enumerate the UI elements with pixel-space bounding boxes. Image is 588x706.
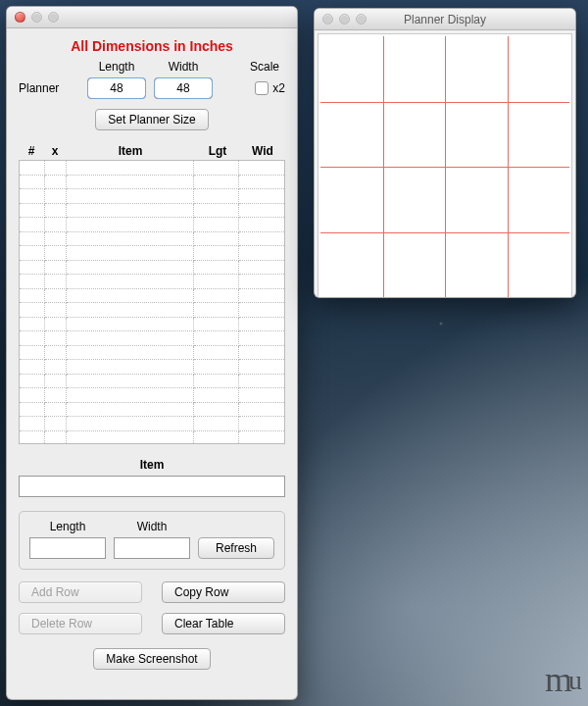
- table-cell[interactable]: [67, 360, 194, 375]
- table-cell[interactable]: [67, 289, 194, 304]
- table-row[interactable]: [20, 388, 284, 403]
- make-screenshot-button[interactable]: Make Screenshot: [93, 648, 210, 670]
- table-row[interactable]: [20, 403, 284, 418]
- table-row[interactable]: [20, 417, 284, 431]
- table-cell[interactable]: [20, 303, 45, 318]
- table-cell[interactable]: [67, 161, 194, 176]
- delete-row-button[interactable]: Delete Row: [19, 613, 142, 634]
- table-cell[interactable]: [45, 318, 67, 332]
- table-cell[interactable]: [20, 375, 45, 389]
- table-cell[interactable]: [67, 417, 194, 431]
- table-cell[interactable]: [67, 431, 194, 445]
- table-cell[interactable]: [45, 303, 67, 318]
- set-planner-size-button[interactable]: Set Planner Size: [95, 109, 208, 130]
- table-cell[interactable]: [45, 261, 67, 276]
- table-row[interactable]: [20, 360, 284, 375]
- table-cell[interactable]: [20, 246, 45, 261]
- table-cell[interactable]: [20, 417, 45, 431]
- table-cell[interactable]: [194, 360, 239, 375]
- table-cell[interactable]: [67, 375, 194, 389]
- table-row[interactable]: [20, 189, 284, 204]
- table-cell[interactable]: [67, 275, 194, 289]
- table-row[interactable]: [20, 346, 284, 361]
- table-cell[interactable]: [239, 246, 284, 261]
- table-cell[interactable]: [194, 246, 239, 261]
- length-input[interactable]: [29, 537, 106, 559]
- table-cell[interactable]: [45, 204, 67, 219]
- table-row[interactable]: [20, 331, 284, 346]
- table-cell[interactable]: [239, 261, 284, 276]
- table-cell[interactable]: [194, 218, 239, 232]
- table-cell[interactable]: [239, 417, 284, 431]
- table-cell[interactable]: [45, 218, 67, 232]
- table-cell[interactable]: [20, 331, 45, 346]
- width-input[interactable]: [114, 537, 190, 559]
- titlebar-display[interactable]: Planner Display: [315, 9, 575, 30]
- table-row[interactable]: [20, 431, 284, 445]
- table-cell[interactable]: [239, 360, 284, 375]
- table-cell[interactable]: [20, 204, 45, 219]
- table-cell[interactable]: [194, 204, 239, 219]
- planner-length-input[interactable]: [87, 77, 146, 99]
- table-cell[interactable]: [20, 189, 45, 204]
- table-cell[interactable]: [239, 189, 284, 204]
- table-row[interactable]: [20, 275, 284, 289]
- table-cell[interactable]: [239, 331, 284, 346]
- table-cell[interactable]: [20, 176, 45, 190]
- table-cell[interactable]: [45, 189, 67, 204]
- table-cell[interactable]: [67, 403, 194, 418]
- table-cell[interactable]: [67, 176, 194, 190]
- table-cell[interactable]: [20, 275, 45, 289]
- table-cell[interactable]: [194, 161, 239, 176]
- table-cell[interactable]: [194, 261, 239, 276]
- table-cell[interactable]: [239, 303, 284, 318]
- table-cell[interactable]: [239, 403, 284, 418]
- table-cell[interactable]: [194, 232, 239, 247]
- table-cell[interactable]: [67, 218, 194, 232]
- table-cell[interactable]: [239, 275, 284, 289]
- clear-table-button[interactable]: Clear Table: [162, 613, 285, 634]
- planner-width-input[interactable]: [154, 77, 213, 99]
- table-cell[interactable]: [45, 331, 67, 346]
- table-cell[interactable]: [194, 176, 239, 190]
- table-cell[interactable]: [239, 289, 284, 304]
- table-cell[interactable]: [239, 431, 284, 445]
- table-cell[interactable]: [194, 388, 239, 403]
- table-row[interactable]: [20, 161, 284, 176]
- table-cell[interactable]: [20, 360, 45, 375]
- table-cell[interactable]: [194, 417, 239, 431]
- table-cell[interactable]: [45, 246, 67, 261]
- copy-row-button[interactable]: Copy Row: [162, 581, 285, 603]
- table-cell[interactable]: [20, 161, 45, 176]
- table-cell[interactable]: [20, 289, 45, 304]
- table-cell[interactable]: [45, 417, 67, 431]
- table-cell[interactable]: [67, 346, 194, 361]
- table-cell[interactable]: [67, 246, 194, 261]
- table-cell[interactable]: [20, 388, 45, 403]
- table-cell[interactable]: [194, 189, 239, 204]
- table-cell[interactable]: [194, 303, 239, 318]
- table-cell[interactable]: [239, 318, 284, 332]
- table-cell[interactable]: [67, 204, 194, 219]
- table-cell[interactable]: [20, 346, 45, 361]
- table-row[interactable]: [20, 261, 284, 276]
- table-cell[interactable]: [194, 375, 239, 389]
- table-cell[interactable]: [45, 161, 67, 176]
- add-row-button[interactable]: Add Row: [19, 581, 142, 603]
- table-cell[interactable]: [194, 431, 239, 445]
- table-cell[interactable]: [45, 360, 67, 375]
- table-cell[interactable]: [239, 204, 284, 219]
- table-row[interactable]: [20, 318, 284, 332]
- table-cell[interactable]: [45, 232, 67, 247]
- scale-x2-checkbox[interactable]: [255, 81, 269, 95]
- items-table[interactable]: [19, 160, 285, 444]
- table-cell[interactable]: [239, 388, 284, 403]
- table-row[interactable]: [20, 176, 284, 190]
- table-cell[interactable]: [45, 275, 67, 289]
- minimize-icon[interactable]: [31, 12, 42, 23]
- table-cell[interactable]: [45, 403, 67, 418]
- table-cell[interactable]: [239, 346, 284, 361]
- table-cell[interactable]: [194, 403, 239, 418]
- table-cell[interactable]: [20, 232, 45, 247]
- table-row[interactable]: [20, 289, 284, 304]
